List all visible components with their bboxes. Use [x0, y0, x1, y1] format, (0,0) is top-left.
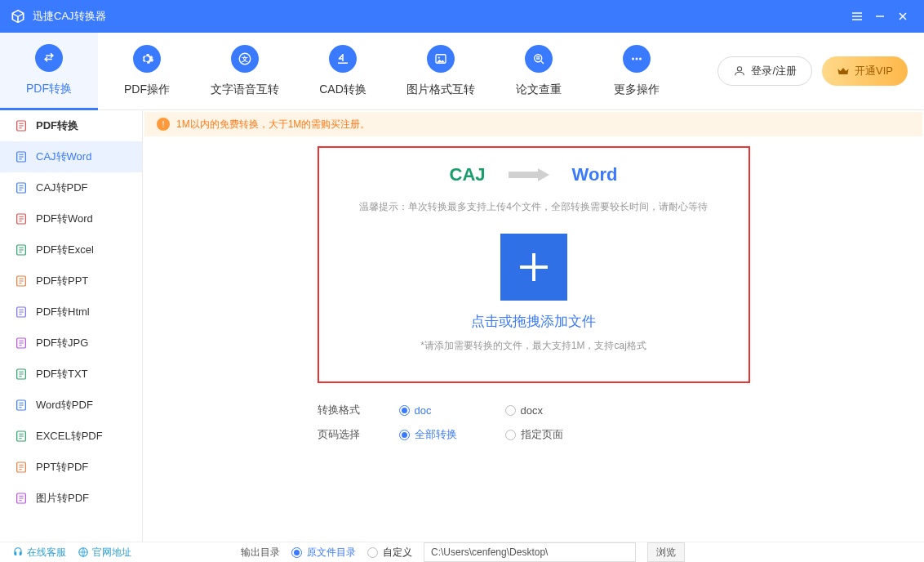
conversion-tip: 温馨提示：单次转换最多支持上传4个文件，全部转换需要较长时间，请耐心等待 [359, 200, 708, 214]
output-dir-label: 输出目录 [241, 546, 280, 560]
top-nav: PDF转换 PDF操作 文 文字语音互转 CAD转换 图片格式互转 论文查重 更… [0, 33, 924, 110]
gear-icon [133, 45, 161, 73]
notice-bar: ! 1M以内的免费转换，大于1M的需购买注册。 [144, 112, 922, 136]
file-icon [15, 181, 28, 194]
sidebar-item-label: PDF转JPG [36, 336, 88, 350]
sidebar-item-label: PPT转PDF [36, 460, 88, 475]
svg-text:文: 文 [241, 56, 248, 63]
website-link[interactable]: 官网地址 [78, 546, 131, 560]
output-path-input[interactable] [424, 542, 636, 562]
svg-point-4 [535, 55, 542, 62]
language-icon: 文 [231, 45, 259, 73]
sidebar-item-label: PDF转Word [36, 212, 93, 226]
file-icon [15, 430, 28, 443]
menu-button[interactable] [846, 5, 868, 28]
sidebar-item-label: PDF转换 [36, 118, 78, 133]
radio-all-pages[interactable]: 全部转换 [399, 427, 505, 442]
sidebar-item-9[interactable]: Word转PDF [0, 390, 142, 421]
sidebar-item-3[interactable]: PDF转Word [0, 203, 142, 234]
minimize-button[interactable] [868, 5, 891, 28]
sidebar-item-10[interactable]: EXCEL转PDF [0, 421, 142, 452]
file-icon [15, 274, 28, 288]
target-format: Word [572, 164, 618, 185]
vip-button[interactable]: 开通VIP [822, 56, 908, 86]
arrow-right-icon [509, 168, 549, 181]
file-icon [15, 150, 28, 163]
sidebar-item-0[interactable]: PDF转换 [0, 110, 142, 141]
close-button[interactable] [891, 5, 914, 28]
nav-tts[interactable]: 文 文字语音互转 [196, 33, 294, 110]
radio-custom-pages[interactable]: 指定页面 [505, 427, 611, 442]
nav-label: PDF操作 [124, 83, 170, 97]
radio-custom-dir[interactable]: 自定义 [367, 546, 412, 560]
file-icon [15, 337, 28, 350]
notice-text: 1M以内的免费转换，大于1M的需购买注册。 [176, 118, 370, 132]
app-title: 迅捷CAJ转换器 [33, 9, 846, 24]
login-label: 登录/注册 [751, 64, 797, 78]
sidebar-item-label: CAJ转Word [36, 149, 91, 164]
nav-plagiarism[interactable]: 论文查重 [490, 33, 588, 110]
search-doc-icon [525, 45, 553, 73]
sidebar: PDF转换CAJ转WordCAJ转PDFPDF转WordPDF转ExcelPDF… [0, 110, 143, 542]
cad-icon [329, 45, 357, 73]
sidebar-item-label: EXCEL转PDF [36, 429, 103, 444]
file-icon [15, 461, 28, 474]
nav-label: PDF转换 [26, 82, 72, 96]
sidebar-item-11[interactable]: PPT转PDF [0, 452, 142, 483]
nav-image[interactable]: 图片格式互转 [392, 33, 490, 110]
file-icon [15, 119, 28, 132]
radio-docx[interactable]: docx [505, 404, 611, 417]
nav-label: 图片格式互转 [406, 83, 475, 97]
nav-pdf-ops[interactable]: PDF操作 [98, 33, 196, 110]
format-label: 转换格式 [318, 403, 399, 417]
sidebar-item-12[interactable]: 图片转PDF [0, 483, 142, 514]
sidebar-item-label: Word转PDF [36, 398, 93, 413]
titlebar: 迅捷CAJ转换器 [0, 0, 924, 33]
swap-icon [35, 44, 63, 72]
options-panel: 转换格式 doc docx 页码选择 全部转换 指定页面 [318, 398, 750, 447]
more-icon [623, 45, 651, 73]
sidebar-item-1[interactable]: CAJ转Word [0, 141, 142, 172]
svg-point-5 [632, 58, 634, 60]
nav-cad[interactable]: CAD转换 [294, 33, 392, 110]
nav-label: CAD转换 [319, 83, 366, 97]
radio-original-dir[interactable]: 原文件目录 [291, 546, 356, 560]
file-icon [15, 306, 28, 319]
globe-icon [78, 546, 89, 558]
footer: 在线客服 官网地址 输出目录 原文件目录 自定义 浏览 [0, 542, 924, 562]
sidebar-item-label: PDF转PPT [36, 274, 88, 288]
sidebar-item-2[interactable]: CAJ转PDF [0, 172, 142, 203]
nav-label: 文字语音互转 [211, 83, 279, 97]
sidebar-item-label: PDF转TXT [36, 367, 88, 381]
nav-label: 论文查重 [516, 83, 562, 97]
app-logo-icon [10, 8, 26, 25]
login-button[interactable]: 登录/注册 [717, 56, 812, 86]
sidebar-item-8[interactable]: PDF转TXT [0, 359, 142, 390]
content-area: ! 1M以内的免费转换，大于1M的需购买注册。 CAJ Word 温馨提示：单次… [143, 110, 924, 542]
file-icon [15, 212, 28, 225]
vip-label: 开通VIP [855, 64, 893, 78]
svg-point-7 [639, 58, 642, 60]
sidebar-item-7[interactable]: PDF转JPG [0, 328, 142, 359]
sidebar-item-5[interactable]: PDF转PPT [0, 265, 142, 297]
headset-icon [12, 546, 24, 558]
sidebar-item-label: PDF转Excel [36, 243, 94, 257]
nav-pdf-convert[interactable]: PDF转换 [0, 33, 98, 110]
customer-service-link[interactable]: 在线客服 [12, 546, 66, 560]
radio-doc[interactable]: doc [399, 404, 505, 417]
nav-label: 更多操作 [614, 83, 660, 97]
browse-button[interactable]: 浏览 [647, 542, 685, 562]
crown-icon [837, 65, 850, 78]
sidebar-item-4[interactable]: PDF转Excel [0, 234, 142, 265]
add-file-button[interactable] [500, 234, 567, 301]
sidebar-item-6[interactable]: PDF转Html [0, 297, 142, 328]
drag-text: 点击或拖拽添加文件 [471, 312, 596, 331]
file-hint: *请添加需要转换的文件，最大支持1M，支持caj格式 [420, 339, 646, 353]
sidebar-item-label: CAJ转PDF [36, 181, 88, 195]
page-label: 页码选择 [318, 427, 399, 442]
plus-icon [513, 247, 554, 288]
source-format: CAJ [450, 164, 486, 185]
nav-more[interactable]: 更多操作 [588, 33, 686, 110]
svg-point-6 [636, 58, 638, 60]
dropzone[interactable]: CAJ Word 温馨提示：单次转换最多支持上传4个文件，全部转换需要较长时间，… [318, 146, 750, 383]
